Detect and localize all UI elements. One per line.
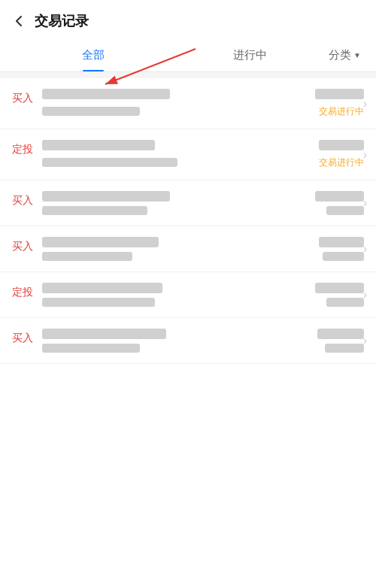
item-content — [42, 191, 364, 215]
item-type-label: 定投 — [12, 283, 33, 299]
item-content: 交易进行中 — [42, 140, 364, 169]
item-name-blur — [42, 89, 170, 99]
list-item[interactable]: 买入 交易进行中 › — [0, 78, 376, 129]
transaction-list: 买入 交易进行中 › 定投 交易进行中 › — [0, 78, 376, 588]
tabs-bar: 全部 进行中 分类 ▼ — [0, 39, 376, 72]
item-row-2 — [42, 298, 364, 307]
item-detail-right-blur — [323, 252, 364, 261]
chevron-right-icon: › — [363, 97, 367, 111]
item-detail-blur — [42, 298, 155, 307]
item-row-1 — [42, 329, 364, 339]
list-item[interactable]: 买入 › — [0, 226, 376, 272]
item-row-1 — [42, 140, 364, 150]
chevron-down-icon: ▼ — [353, 51, 361, 59]
item-type-label: 定投 — [12, 140, 33, 156]
item-name-blur — [42, 191, 170, 202]
item-detail-right-blur — [326, 298, 364, 307]
item-row-1 — [42, 89, 364, 99]
item-detail-blur — [42, 107, 140, 116]
header: 交易记录 — [0, 0, 376, 39]
item-row-1 — [42, 283, 364, 293]
item-amount-blur — [319, 140, 364, 150]
chevron-right-icon: › — [363, 148, 367, 162]
chevron-right-icon: › — [363, 288, 367, 302]
tab-inprogress[interactable]: 进行中 — [172, 39, 329, 71]
item-row-1 — [42, 237, 364, 247]
item-amount-blur — [315, 89, 364, 99]
item-amount-blur — [315, 191, 364, 202]
item-name-blur — [42, 140, 155, 150]
item-row-2 — [42, 206, 364, 215]
item-content — [42, 283, 364, 307]
item-amount-blur — [317, 329, 364, 339]
item-name-blur — [42, 237, 159, 247]
item-name-blur — [42, 283, 162, 293]
item-type-label: 买入 — [12, 237, 33, 253]
item-detail-right-blur — [325, 344, 364, 353]
item-content — [42, 329, 364, 353]
item-amount-blur — [315, 283, 364, 293]
list-item[interactable]: 买入 › — [0, 180, 376, 226]
item-detail-blur — [42, 158, 177, 167]
list-item[interactable]: 买入 › — [0, 318, 376, 364]
item-detail-blur — [42, 206, 147, 215]
status-badge: 交易进行中 — [319, 105, 364, 118]
item-detail-blur — [42, 252, 132, 261]
back-button[interactable] — [12, 14, 27, 29]
tab-all[interactable]: 全部 — [15, 39, 172, 71]
item-detail-right-blur — [326, 206, 364, 215]
chevron-right-icon: › — [363, 334, 367, 347]
tab-classify[interactable]: 分类 ▼ — [329, 48, 361, 62]
item-content: 交易进行中 — [42, 89, 364, 118]
item-row-2: 交易进行中 — [42, 155, 364, 169]
item-type-label: 买入 — [12, 191, 33, 208]
list-item[interactable]: 定投 交易进行中 › — [0, 129, 376, 180]
item-row-2: 交易进行中 — [42, 104, 364, 118]
item-row-1 — [42, 191, 364, 202]
item-row-2 — [42, 344, 364, 353]
item-type-label: 买入 — [12, 89, 33, 105]
item-name-blur — [42, 329, 166, 339]
chevron-right-icon: › — [363, 242, 367, 256]
list-item[interactable]: 定投 › — [0, 272, 376, 318]
page-title: 交易记录 — [35, 12, 89, 30]
item-content — [42, 237, 364, 261]
item-type-label: 买入 — [12, 329, 33, 345]
status-badge: 交易进行中 — [319, 156, 364, 169]
chevron-right-icon: › — [363, 196, 367, 210]
item-row-2 — [42, 252, 364, 261]
item-amount-blur — [319, 237, 364, 247]
item-detail-blur — [42, 344, 140, 353]
